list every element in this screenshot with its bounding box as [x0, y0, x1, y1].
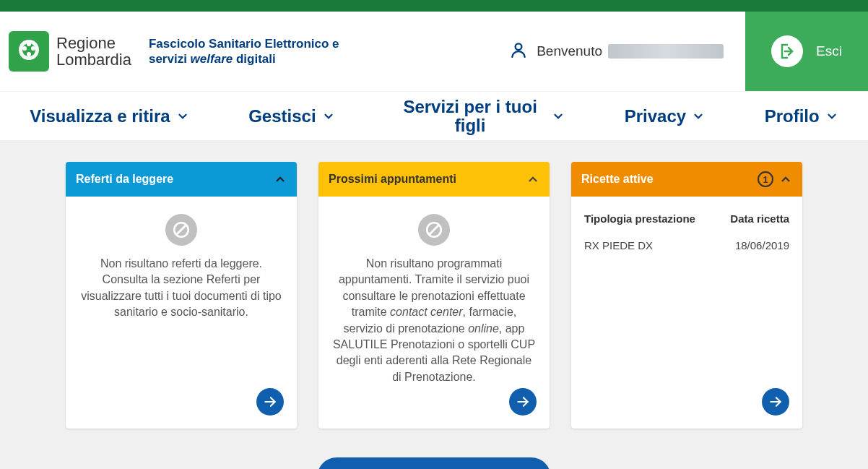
bottom-cta-area: Naviga la tua storia clinica	[0, 443, 868, 469]
top-green-bar	[0, 0, 868, 12]
tagline-after: digitali	[233, 52, 276, 66]
chevron-down-icon	[692, 110, 705, 123]
logo-text: Regione Lombardia	[56, 35, 131, 68]
naviga-storia-clinica-button[interactable]: Naviga la tua storia clinica	[317, 457, 550, 469]
logout-icon	[771, 35, 803, 67]
tagline: Fascicolo Sanitario Elettronico e serviz…	[149, 36, 358, 67]
logout-label: Esci	[816, 43, 842, 59]
ricette-columns: Tipologia prestazione Data ricetta	[584, 204, 789, 233]
chevron-up-icon	[779, 173, 792, 186]
card-title: Prossimi appuntamenti	[329, 173, 456, 186]
svg-line-6	[177, 225, 186, 235]
regione-lombardia-logo-icon	[9, 31, 49, 72]
nav-visualizza-ritira[interactable]: Visualizza e ritira	[30, 107, 188, 125]
nav-gestisci[interactable]: Gestisci	[248, 107, 334, 125]
main-navbar: Visualizza e ritira Gestisci Servizi per…	[0, 91, 868, 140]
header: Regione Lombardia Fascicolo Sanitario El…	[0, 12, 868, 91]
nav-servizi-figli[interactable]: Servizi per i tuoi figli	[394, 98, 565, 134]
ricetta-date: 18/06/2019	[735, 238, 789, 253]
logout-button[interactable]: Esci	[745, 12, 868, 91]
nav-label: Gestisci	[248, 107, 316, 125]
card-appuntamenti-go-button[interactable]	[509, 388, 537, 416]
chevron-down-icon	[322, 110, 335, 123]
card-title: Ricette attive	[581, 173, 654, 186]
user-icon	[509, 40, 528, 62]
dashboard-cards: Referti da leggere Non risultano referti…	[0, 140, 868, 443]
msg-em: online	[468, 322, 499, 335]
card-ricette-header[interactable]: Ricette attive 1	[571, 162, 802, 197]
card-message: Non risultano programmati appuntamenti. …	[331, 256, 537, 385]
empty-state-icon	[418, 214, 450, 246]
empty-state-icon	[165, 214, 197, 246]
count-badge: 1	[758, 171, 773, 187]
svg-line-9	[430, 225, 439, 235]
chevron-down-icon	[176, 110, 189, 123]
logo-block[interactable]: Regione Lombardia	[9, 31, 131, 72]
chevron-down-icon	[552, 110, 565, 123]
col-tipologia: Tipologia prestazione	[584, 211, 695, 226]
svg-point-0	[22, 46, 27, 51]
nav-profilo[interactable]: Profilo	[765, 107, 838, 125]
card-referti-go-button[interactable]	[256, 388, 284, 416]
card-ricette: Ricette attive 1 Tipologia prestazione D…	[571, 162, 802, 429]
chevron-up-icon	[526, 173, 539, 186]
nav-label: Profilo	[765, 107, 820, 125]
svg-point-3	[27, 42, 31, 46]
welcome-text: Benvenuto	[537, 43, 724, 59]
chevron-down-icon	[825, 110, 838, 123]
user-area: Benvenuto	[509, 40, 724, 62]
ricetta-row: RX PIEDE DX 18/06/2019	[584, 233, 789, 257]
tagline-em: welfare	[191, 52, 233, 66]
user-name-redacted	[608, 44, 724, 59]
card-referti-header[interactable]: Referti da leggere	[66, 162, 297, 197]
card-title: Referti da leggere	[76, 173, 173, 186]
logo-line2: Lombardia	[56, 51, 131, 68]
svg-point-1	[31, 46, 35, 51]
svg-point-4	[516, 43, 522, 50]
nav-label: Privacy	[625, 107, 686, 125]
card-appuntamenti: Prossimi appuntamenti Non risultano prog…	[318, 162, 550, 429]
welcome-label: Benvenuto	[537, 43, 602, 59]
msg-em: contact center	[390, 306, 463, 318]
chevron-up-icon	[274, 173, 287, 186]
card-appuntamenti-header[interactable]: Prossimi appuntamenti	[318, 162, 550, 197]
col-data: Data ricetta	[730, 211, 789, 226]
logo-line1: Regione	[56, 35, 131, 51]
card-ricette-go-button[interactable]	[762, 388, 789, 416]
nav-label: Visualizza e ritira	[30, 107, 170, 125]
card-message: Non risultano referti da leggere. Consul…	[79, 256, 284, 321]
nav-privacy[interactable]: Privacy	[625, 107, 705, 125]
card-referti: Referti da leggere Non risultano referti…	[66, 162, 297, 429]
ricetta-name: RX PIEDE DX	[584, 238, 653, 253]
nav-label: Servizi per i tuoi figli	[394, 98, 546, 134]
svg-point-2	[27, 52, 31, 56]
